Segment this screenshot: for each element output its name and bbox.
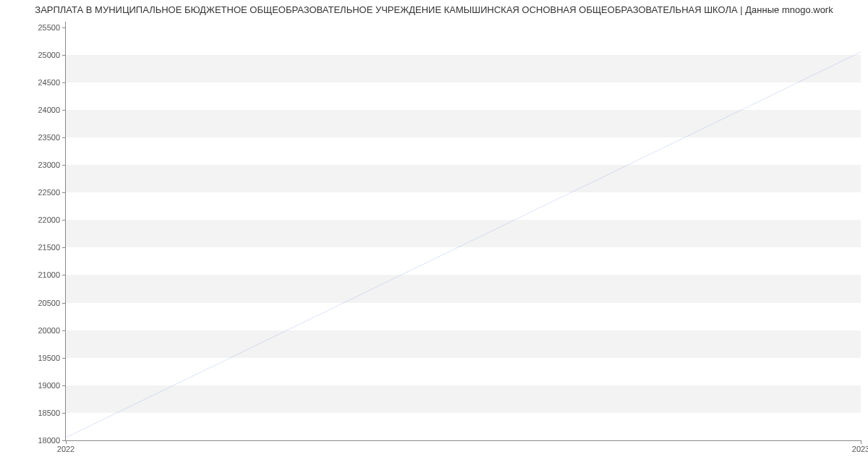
y-tick-mark [62,385,66,386]
y-tick-mark [62,220,66,221]
data-line [66,52,861,437]
chart-title: ЗАРПЛАТА В МУНИЦИПАЛЬНОЕ БЮДЖЕТНОЕ ОБЩЕО… [0,0,868,21]
y-tick-mark [62,165,66,166]
plot-area: 1800018500190001950020000205002100021500… [65,22,861,441]
x-tick-label: 2023 [852,440,868,453]
y-tick-mark [62,330,66,331]
y-tick-mark [62,55,66,56]
x-tick-mark [66,440,67,444]
chart-container: ЗАРПЛАТА В МУНИЦИПАЛЬНОЕ БЮДЖЕТНОЕ ОБЩЕО… [0,0,868,470]
y-tick-mark [62,358,66,359]
line-series [66,22,861,440]
y-tick-mark [62,27,66,28]
y-tick-mark [62,275,66,275]
x-tick-mark [861,440,861,444]
y-tick-mark [62,137,66,138]
y-tick-mark [62,82,66,83]
y-tick-mark [62,413,66,414]
y-tick-mark [62,192,66,193]
y-tick-mark [62,110,66,111]
y-tick-mark [62,303,66,304]
y-tick-mark [62,247,66,248]
